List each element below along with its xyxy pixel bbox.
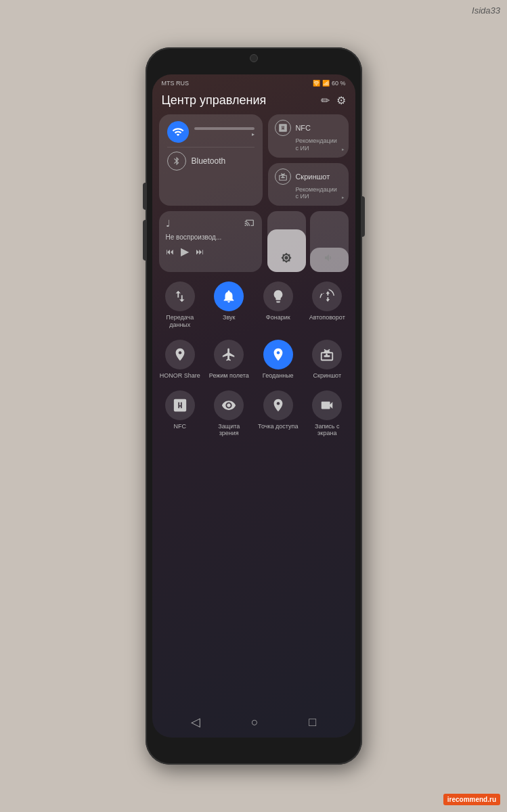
brightness-icon	[281, 252, 292, 265]
header: Центр управления ✏ ⚙	[152, 88, 355, 114]
battery-text: 60 %	[332, 80, 346, 87]
nfc-qa-icon-wrap	[165, 390, 195, 420]
recent-apps-button[interactable]: □	[309, 715, 316, 729]
power-button	[362, 196, 365, 237]
autorotate-label: Автоповорот	[309, 314, 345, 321]
quick-actions-section: Передача данных Звук	[152, 272, 355, 708]
airplane-label: Режим полета	[209, 372, 249, 380]
volume-down-button	[143, 220, 146, 261]
qa-hotspot[interactable]: Точка доступа	[256, 386, 301, 442]
back-button[interactable]: ◁	[191, 715, 200, 729]
wifi-bar	[194, 127, 255, 130]
location-label: Геоданные	[263, 372, 294, 380]
signal-status-icon: 📶	[322, 80, 330, 87]
media-track-name: Не воспроизвод...	[166, 233, 255, 241]
hotspot-icon-wrap	[263, 390, 293, 420]
eye-protection-label: Защита зрения	[208, 423, 250, 438]
nfc-icon	[275, 120, 291, 136]
nfc-header: NFC	[275, 120, 341, 136]
settings-icon[interactable]: ⚙	[336, 94, 346, 107]
nfc-qa-label: NFC	[174, 423, 187, 430]
qa-autorotate[interactable]: Автоповорот	[305, 277, 350, 333]
cast-icon	[244, 217, 255, 229]
volume-icon	[324, 252, 334, 265]
brightness-fill	[267, 229, 306, 272]
bluetooth-icon	[167, 152, 186, 171]
flashlight-label: Фонарик	[266, 314, 290, 321]
header-actions: ✏ ⚙	[321, 94, 346, 107]
qa-location[interactable]: Геоданные	[256, 336, 301, 384]
flashlight-icon-wrap	[263, 281, 293, 311]
screenshot-title: Скриншот	[295, 173, 330, 181]
carrier-text: MTS RUS	[162, 80, 190, 87]
nfc-screenshot-column: NFC Рекомендации с ИИ ▸	[268, 114, 348, 206]
qa-flashlight[interactable]: Фонарик	[256, 277, 301, 333]
tiles-row-1: ▸ Bluetooth	[159, 114, 349, 206]
nfc-subtitle: Рекомендации с ИИ	[295, 137, 341, 152]
data-transfer-label: Передача данных	[159, 314, 202, 329]
camera-notch	[250, 54, 258, 62]
recommend-badge: irecommend.ru	[443, 794, 500, 805]
brightness-slider[interactable]	[267, 211, 306, 272]
location-icon-wrap	[263, 340, 293, 369]
screenshot-header: Скриншот	[275, 168, 341, 185]
wifi-status-icon: 🛜	[313, 80, 320, 87]
bluetooth-row[interactable]: Bluetooth	[167, 152, 255, 171]
sliders-column	[267, 211, 349, 272]
wifi-expand-icon: ▸	[252, 131, 255, 137]
qa-sound[interactable]: Звук	[206, 277, 252, 333]
wifi-icon-circle	[167, 121, 189, 143]
airplane-icon-wrap	[214, 340, 244, 369]
home-button[interactable]: ○	[251, 715, 259, 729]
screenshot-icon	[275, 168, 291, 185]
nfc-expand-icon: ▸	[342, 147, 345, 152]
qa-nfc[interactable]: NFC	[158, 386, 203, 442]
qa-screenshot[interactable]: Скриншот	[305, 336, 350, 384]
status-icons: 🛜 📶 60 %	[313, 80, 346, 87]
media-controls: ⏮ ▶ ⏭	[166, 245, 255, 258]
watermark: Isida33	[472, 5, 500, 16]
phone-frame: MTS RUS 🛜 📶 60 % Центр управления ✏ ⚙	[146, 47, 362, 765]
screenshot-tile[interactable]: Скриншот Рекомендации с ИИ ▸	[268, 163, 348, 206]
volume-slider[interactable]	[310, 211, 349, 272]
tile-divider	[167, 147, 255, 148]
sound-icon-wrap	[214, 281, 244, 311]
screenshot-subtitle: Рекомендации с ИИ	[295, 186, 341, 201]
qa-honor-share[interactable]: HONOR Share	[158, 336, 203, 384]
phone-screen: MTS RUS 🛜 📶 60 % Центр управления ✏ ⚙	[152, 74, 355, 738]
qa-airplane[interactable]: Режим полета	[206, 336, 252, 384]
edit-icon[interactable]: ✏	[321, 94, 330, 107]
wifi-row[interactable]: ▸	[167, 121, 255, 143]
screen-record-label: Запись с экрана	[306, 423, 349, 438]
play-button[interactable]: ▶	[181, 245, 189, 258]
quick-tiles-section: ▸ Bluetooth	[152, 114, 355, 272]
honor-share-label: HONOR Share	[160, 372, 200, 380]
next-button[interactable]: ⏭	[196, 247, 204, 256]
data-transfer-icon-wrap	[165, 281, 195, 311]
quick-actions-grid: Передача данных Звук	[158, 277, 350, 441]
nfc-tile[interactable]: NFC Рекомендации с ИИ ▸	[268, 114, 348, 158]
screen-record-icon-wrap	[312, 390, 342, 420]
screenshot-expand-icon: ▸	[342, 195, 345, 200]
volume-up-button	[143, 183, 146, 210]
screenshot-qa-label: Скриншот	[313, 372, 341, 380]
bluetooth-label: Bluetooth	[192, 156, 226, 166]
qa-data-transfer[interactable]: Передача данных	[158, 277, 203, 333]
sound-label: Звук	[223, 314, 235, 321]
navigation-bar: ◁ ○ □	[152, 708, 355, 738]
nfc-title: NFC	[295, 124, 311, 132]
media-top: ♩	[166, 217, 255, 229]
qa-eye-protection[interactable]: Защита зрения	[206, 386, 252, 442]
hotspot-label: Точка доступа	[258, 423, 298, 430]
media-tile[interactable]: ♩ Не воспроизвод... ⏮ ▶ ⏭	[159, 211, 262, 272]
screenshot-qa-icon-wrap	[312, 340, 342, 369]
autorotate-icon-wrap	[312, 281, 342, 311]
wifi-bluetooth-tile[interactable]: ▸ Bluetooth	[159, 114, 263, 206]
prev-button[interactable]: ⏮	[166, 247, 174, 256]
eye-icon-wrap	[214, 390, 244, 420]
status-bar: MTS RUS 🛜 📶 60 %	[152, 74, 355, 88]
qa-screen-record[interactable]: Запись с экрана	[305, 386, 350, 442]
music-icon: ♩	[166, 218, 171, 229]
honor-share-icon-wrap	[165, 340, 195, 369]
tiles-row-2: ♩ Не воспроизвод... ⏮ ▶ ⏭	[159, 211, 349, 272]
